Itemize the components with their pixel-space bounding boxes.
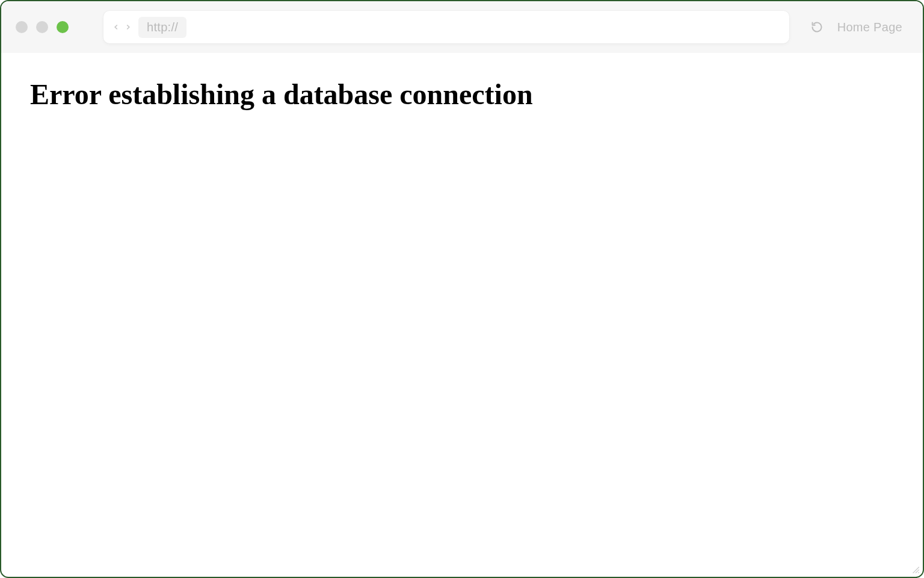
window-maximize-button[interactable] [57, 21, 69, 33]
url-scheme-pill: http:// [138, 17, 186, 38]
reload-button[interactable] [811, 21, 823, 33]
url-scheme-text: http:// [147, 20, 178, 34]
back-button[interactable] [112, 23, 120, 31]
resize-handle-icon[interactable] [911, 565, 919, 573]
toolbar-right: Home Page [811, 20, 902, 34]
forward-button[interactable] [124, 23, 132, 31]
browser-window: http:// Home Page Error establishing a d… [0, 0, 924, 578]
address-bar[interactable]: http:// [103, 11, 789, 43]
page-content: Error establishing a database connection [1, 53, 923, 136]
window-controls [16, 21, 69, 33]
window-minimize-button[interactable] [36, 21, 48, 33]
home-page-link[interactable]: Home Page [837, 20, 902, 34]
window-close-button[interactable] [16, 21, 28, 33]
error-title: Error establishing a database connection [30, 77, 894, 112]
svg-line-2 [918, 572, 919, 573]
browser-toolbar: http:// Home Page [1, 1, 923, 53]
nav-arrows [112, 23, 132, 31]
